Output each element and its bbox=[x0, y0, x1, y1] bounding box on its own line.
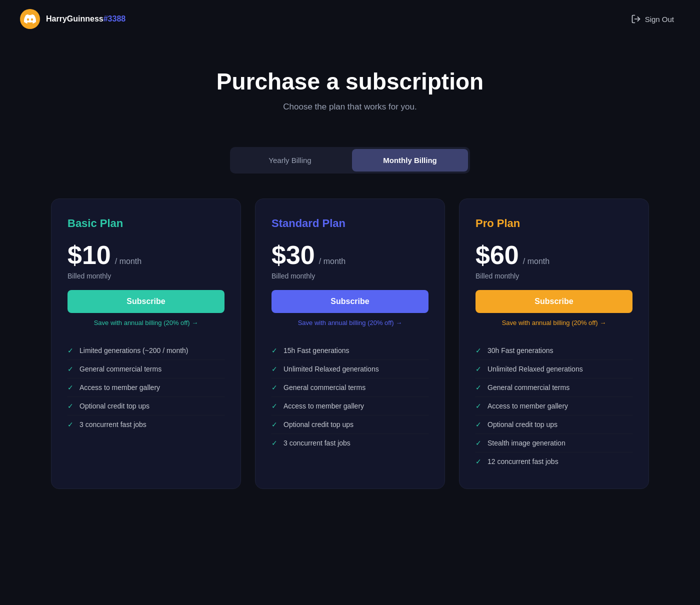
feature-text: General commercial terms bbox=[80, 365, 162, 373]
plan-price-basic: $10 / month bbox=[68, 240, 224, 270]
feature-text: Stealth image generation bbox=[488, 439, 566, 447]
feature-item: ✓ 15h Fast generations bbox=[272, 342, 428, 360]
feature-item: ✓ Optional credit top ups bbox=[272, 416, 428, 434]
feature-text: Optional credit top ups bbox=[488, 420, 558, 428]
feature-item: ✓ Optional credit top ups bbox=[68, 397, 224, 416]
signout-label: Sign Out bbox=[645, 15, 674, 24]
feature-text: Limited generations (~200 / month) bbox=[80, 346, 188, 354]
check-icon: ✓ bbox=[476, 420, 482, 428]
check-icon: ✓ bbox=[476, 384, 482, 392]
plan-price-standard: $30 / month bbox=[272, 240, 428, 270]
page-subtitle: Choose the plan that works for you. bbox=[10, 102, 690, 112]
billed-text-pro: Billed monthly bbox=[476, 272, 632, 280]
check-icon: ✓ bbox=[68, 365, 74, 373]
username: HarryGuinness#3388 bbox=[46, 14, 126, 24]
check-icon: ✓ bbox=[476, 402, 482, 410]
feature-item: ✓ Stealth image generation bbox=[476, 434, 632, 452]
check-icon: ✓ bbox=[68, 384, 74, 392]
feature-item: ✓ 3 concurrent fast jobs bbox=[68, 416, 224, 434]
subscribe-button-standard[interactable]: Subscribe bbox=[272, 290, 428, 313]
feature-item: ✓ General commercial terms bbox=[476, 378, 632, 397]
feature-item: ✓ Access to member gallery bbox=[68, 378, 224, 397]
hero-section: Purchase a subscription Choose the plan … bbox=[0, 38, 700, 132]
feature-text: 3 concurrent fast jobs bbox=[80, 420, 146, 428]
feature-text: 30h Fast generations bbox=[488, 346, 554, 354]
feature-list-pro: ✓ 30h Fast generations ✓ Unlimited Relax… bbox=[476, 342, 632, 470]
check-icon: ✓ bbox=[68, 402, 74, 410]
page-title: Purchase a subscription bbox=[10, 68, 690, 95]
feature-item: ✓ General commercial terms bbox=[272, 378, 428, 397]
plan-price-pro: $60 / month bbox=[476, 240, 632, 270]
plan-name-basic: Basic Plan bbox=[68, 217, 224, 230]
feature-text: General commercial terms bbox=[488, 384, 570, 392]
check-icon: ✓ bbox=[272, 439, 278, 447]
feature-item: ✓ 3 concurrent fast jobs bbox=[272, 434, 428, 452]
check-icon: ✓ bbox=[68, 420, 74, 428]
feature-item: ✓ Unlimited Relaxed generations bbox=[476, 360, 632, 378]
price-amount-basic: $10 bbox=[68, 240, 111, 270]
billed-text-basic: Billed monthly bbox=[68, 272, 224, 280]
price-period-standard: / month bbox=[319, 257, 346, 266]
feature-item: ✓ Access to member gallery bbox=[476, 397, 632, 416]
feature-text: Unlimited Relaxed generations bbox=[488, 365, 583, 373]
feature-text: Access to member gallery bbox=[488, 402, 568, 410]
feature-item: ✓ 12 concurrent fast jobs bbox=[476, 452, 632, 470]
discord-logo-icon bbox=[20, 9, 40, 29]
check-icon: ✓ bbox=[272, 346, 278, 354]
feature-text: Optional credit top ups bbox=[284, 420, 354, 428]
billed-text-standard: Billed monthly bbox=[272, 272, 428, 280]
feature-text: Access to member gallery bbox=[80, 384, 160, 392]
monthly-billing-button[interactable]: Monthly Billing bbox=[352, 149, 468, 172]
feature-text: 15h Fast generations bbox=[284, 346, 350, 354]
price-amount-standard: $30 bbox=[272, 240, 315, 270]
signout-button[interactable]: Sign Out bbox=[625, 10, 680, 28]
feature-text: Optional credit top ups bbox=[80, 402, 150, 410]
feature-item: ✓ 30h Fast generations bbox=[476, 342, 632, 360]
feature-list-standard: ✓ 15h Fast generations ✓ Unlimited Relax… bbox=[272, 342, 428, 452]
plan-card-standard: Standard Plan $30 / month Billed monthly… bbox=[255, 198, 445, 489]
subscribe-button-basic[interactable]: Subscribe bbox=[68, 290, 224, 313]
check-icon: ✓ bbox=[68, 346, 74, 354]
feature-item: ✓ General commercial terms bbox=[68, 360, 224, 378]
check-icon: ✓ bbox=[476, 458, 482, 466]
feature-text: 12 concurrent fast jobs bbox=[488, 458, 558, 466]
check-icon: ✓ bbox=[272, 384, 278, 392]
feature-text: Access to member gallery bbox=[284, 402, 364, 410]
header-left: HarryGuinness#3388 bbox=[20, 9, 126, 29]
feature-text: General commercial terms bbox=[284, 384, 366, 392]
plan-card-basic: Basic Plan $10 / month Billed monthly Su… bbox=[51, 198, 241, 489]
plans-container: Basic Plan $10 / month Billed monthly Su… bbox=[0, 198, 700, 519]
save-link-pro[interactable]: Save with annual billing (20% off) → bbox=[476, 319, 632, 326]
feature-item: ✓ Access to member gallery bbox=[272, 397, 428, 416]
feature-item: ✓ Unlimited Relaxed generations bbox=[272, 360, 428, 378]
plan-name-pro: Pro Plan bbox=[476, 217, 632, 230]
header: HarryGuinness#3388 Sign Out bbox=[0, 0, 700, 38]
price-period-basic: / month bbox=[115, 257, 142, 266]
check-icon: ✓ bbox=[476, 346, 482, 354]
feature-list-basic: ✓ Limited generations (~200 / month) ✓ G… bbox=[68, 342, 224, 434]
feature-text: Unlimited Relaxed generations bbox=[284, 365, 379, 373]
check-icon: ✓ bbox=[272, 402, 278, 410]
toggle-container: Yearly Billing Monthly Billing bbox=[230, 147, 470, 174]
check-icon: ✓ bbox=[272, 365, 278, 373]
feature-item: ✓ Optional credit top ups bbox=[476, 416, 632, 434]
billing-toggle: Yearly Billing Monthly Billing bbox=[0, 147, 700, 174]
feature-text: 3 concurrent fast jobs bbox=[284, 439, 350, 447]
check-icon: ✓ bbox=[476, 365, 482, 373]
plan-card-pro: Pro Plan $60 / month Billed monthly Subs… bbox=[459, 198, 649, 489]
check-icon: ✓ bbox=[476, 439, 482, 447]
plan-name-standard: Standard Plan bbox=[272, 217, 428, 230]
subscribe-button-pro[interactable]: Subscribe bbox=[476, 290, 632, 313]
feature-item: ✓ Limited generations (~200 / month) bbox=[68, 342, 224, 360]
check-icon: ✓ bbox=[272, 420, 278, 428]
save-link-standard[interactable]: Save with annual billing (20% off) → bbox=[272, 319, 428, 326]
yearly-billing-button[interactable]: Yearly Billing bbox=[232, 149, 348, 172]
signout-icon bbox=[631, 14, 641, 24]
save-link-basic[interactable]: Save with annual billing (20% off) → bbox=[68, 319, 224, 326]
price-amount-pro: $60 bbox=[476, 240, 519, 270]
price-period-pro: / month bbox=[523, 257, 550, 266]
